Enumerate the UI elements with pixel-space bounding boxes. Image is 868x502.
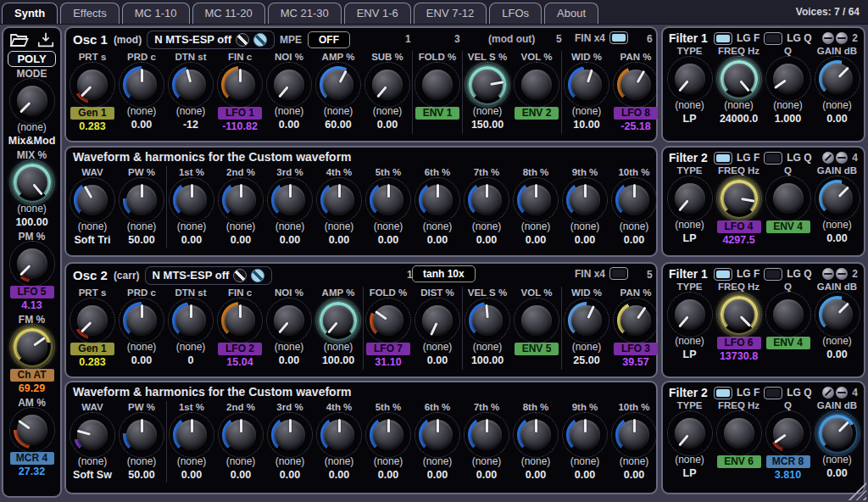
- lg-q-checkbox[interactable]: [764, 32, 782, 45]
- freq-hz-knob[interactable]: [721, 180, 758, 217]
- mode-knob[interactable]: [14, 82, 51, 120]
- minus-button[interactable]: [836, 32, 848, 44]
- tab-synth[interactable]: Synth: [2, 3, 58, 24]
- screw-button[interactable]: [822, 387, 834, 399]
- gain-db-knob[interactable]: [819, 296, 856, 333]
- lg-f-checkbox[interactable]: [714, 152, 732, 165]
- vol-knob[interactable]: [518, 302, 555, 339]
- tab-mc-21-30[interactable]: MC 21-30: [268, 3, 342, 24]
- vel-s-knob[interactable]: [469, 302, 506, 339]
- saturation-button[interactable]: tanh 10x: [412, 265, 476, 282]
- mix-knob[interactable]: [14, 164, 51, 201]
- wid-knob[interactable]: [568, 66, 605, 103]
- freq-hz-knob[interactable]: [721, 415, 758, 452]
- 7th-knob[interactable]: [468, 181, 505, 219]
- pm-knob[interactable]: [14, 245, 51, 282]
- noi-knob[interactable]: [270, 66, 308, 103]
- osc1-tuning-dropdown[interactable]: N MTS-ESP off: [147, 31, 274, 48]
- tab-effects[interactable]: Effects: [60, 3, 120, 24]
- lg-f-checkbox[interactable]: [714, 387, 732, 399]
- 8th-knob[interactable]: [517, 416, 554, 454]
- mod-source-badge[interactable]: LFO 1: [218, 107, 262, 120]
- mod-source-badge[interactable]: ENV 6: [717, 455, 761, 468]
- fin-c-knob[interactable]: [221, 302, 259, 339]
- osc2-tuning-dropdown[interactable]: N MTS-ESP off: [146, 267, 272, 284]
- lg-q-checkbox[interactable]: [764, 268, 782, 281]
- freq-hz-knob[interactable]: [721, 296, 758, 333]
- pw-knob[interactable]: [123, 181, 160, 219]
- mpe-toggle-button[interactable]: OFF: [308, 31, 350, 48]
- freq-hz-knob[interactable]: [721, 60, 758, 98]
- tab-about[interactable]: About: [544, 3, 598, 24]
- mod-source-badge[interactable]: LFO 3: [614, 343, 658, 355]
- prt-s-knob[interactable]: [74, 66, 111, 103]
- 6th-knob[interactable]: [419, 181, 456, 219]
- gain-db-knob[interactable]: [819, 415, 856, 452]
- mod-source-badge[interactable]: LFO 5: [10, 286, 54, 298]
- 2nd-knob[interactable]: [222, 181, 259, 219]
- tab-mc-11-20[interactable]: MC 11-20: [192, 3, 265, 24]
- 10th-knob[interactable]: [615, 416, 653, 454]
- sub-knob[interactable]: [369, 66, 406, 103]
- 2nd-knob[interactable]: [222, 416, 259, 454]
- minus-button[interactable]: [836, 268, 848, 280]
- pan-knob[interactable]: [617, 66, 654, 103]
- prd-c-knob[interactable]: [123, 302, 160, 339]
- wav-knob[interactable]: [74, 416, 111, 454]
- dist-knob[interactable]: [419, 302, 456, 339]
- tab-env-7-12[interactable]: ENV 7-12: [414, 3, 487, 24]
- wav-knob[interactable]: [74, 181, 111, 219]
- lg-f-checkbox[interactable]: [714, 32, 732, 45]
- 7th-knob[interactable]: [468, 416, 505, 454]
- amp-knob[interactable]: [320, 302, 357, 339]
- q-knob[interactable]: [770, 60, 807, 98]
- mod-source-badge[interactable]: LFO 7: [366, 343, 410, 355]
- prt-s-knob[interactable]: [74, 302, 111, 339]
- 1st-knob[interactable]: [173, 416, 210, 454]
- 3rd-knob[interactable]: [271, 416, 309, 454]
- tab-mc-1-10[interactable]: MC 1-10: [122, 3, 190, 24]
- mod-source-badge[interactable]: ENV 1: [415, 107, 459, 120]
- am-knob[interactable]: [14, 411, 51, 449]
- pan-knob[interactable]: [617, 302, 654, 339]
- minus-button[interactable]: [822, 32, 834, 44]
- fin-x4-checkbox[interactable]: [609, 267, 628, 280]
- type-knob[interactable]: [671, 415, 709, 452]
- mod-source-badge[interactable]: MCR 8: [766, 455, 810, 468]
- type-knob[interactable]: [671, 60, 709, 98]
- minus-button[interactable]: [822, 268, 834, 280]
- minus-button[interactable]: [836, 152, 848, 164]
- fold-knob[interactable]: [370, 302, 407, 339]
- 9th-knob[interactable]: [566, 181, 604, 219]
- mod-source-badge[interactable]: ENV 4: [766, 337, 810, 349]
- prd-c-knob[interactable]: [123, 66, 160, 103]
- tab-lfos[interactable]: LFOs: [489, 3, 542, 24]
- mod-source-badge[interactable]: LFO 4: [717, 220, 761, 233]
- tuning-clear-icon[interactable]: [251, 269, 264, 282]
- q-knob[interactable]: [770, 296, 807, 333]
- minus-button[interactable]: [836, 387, 848, 399]
- screw-button[interactable]: [822, 152, 834, 164]
- dtn-st-knob[interactable]: [172, 66, 209, 103]
- 1st-knob[interactable]: [173, 181, 210, 219]
- type-knob[interactable]: [671, 296, 709, 333]
- 5th-knob[interactable]: [370, 416, 407, 454]
- 4th-knob[interactable]: [320, 181, 358, 219]
- 5th-knob[interactable]: [370, 181, 407, 219]
- poly-mode-button[interactable]: POLY: [8, 51, 55, 67]
- noi-knob[interactable]: [270, 302, 308, 339]
- gain-db-knob[interactable]: [819, 60, 856, 98]
- mod-source-badge[interactable]: Gen 1: [70, 343, 114, 355]
- type-knob[interactable]: [671, 180, 709, 217]
- q-knob[interactable]: [770, 415, 807, 452]
- 3rd-knob[interactable]: [271, 181, 309, 219]
- vol-knob[interactable]: [518, 66, 555, 103]
- vel-s-knob[interactable]: [469, 66, 506, 103]
- folder-open-icon[interactable]: [9, 31, 30, 48]
- lg-f-checkbox[interactable]: [714, 268, 732, 281]
- dtn-st-knob[interactable]: [172, 302, 209, 339]
- save-icon[interactable]: [36, 31, 55, 48]
- lg-q-checkbox[interactable]: [764, 387, 782, 399]
- mod-source-badge[interactable]: ENV 2: [515, 107, 559, 120]
- mod-source-badge[interactable]: LFO 8: [614, 107, 658, 120]
